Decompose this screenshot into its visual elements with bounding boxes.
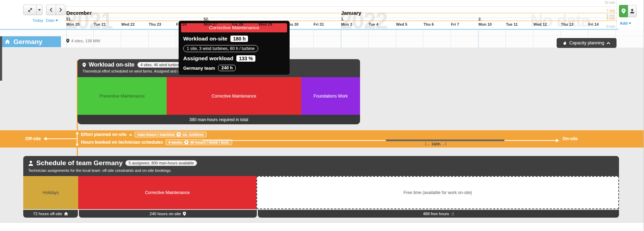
schedule-panel-badge: 5 assignees, 800 man-hours available xyxy=(125,160,197,166)
hours-booked-label: Hours booked on technician schedules xyxy=(81,140,163,145)
day-label: Thu 13 xyxy=(561,22,573,26)
next-period-button[interactable] xyxy=(56,5,66,15)
day-label: Wed 12 xyxy=(533,22,547,26)
right-edge-border xyxy=(643,0,644,231)
today-button[interactable]: Today xyxy=(32,18,43,23)
multiply-icon: × xyxy=(177,132,181,137)
week-gridline xyxy=(478,30,479,48)
off-site-hours-footer: 72 hours off-site xyxy=(23,210,78,218)
zoom-range-button[interactable] xyxy=(23,5,37,15)
month-label: January xyxy=(341,10,361,16)
location-pin-icon xyxy=(183,212,186,216)
chevron-down-icon xyxy=(55,20,58,21)
chevron-down-icon xyxy=(38,9,41,11)
team-meta: 4 sites, 138 MW xyxy=(66,39,100,43)
workload-blocks: Preventive Maintenance Corrective Mainte… xyxy=(78,77,360,115)
task-block-preventive-maintenance[interactable]: Preventive Maintenance xyxy=(78,77,167,115)
on-site-hours-label: 240 hours on-site xyxy=(150,212,181,216)
tooltip-workload-value: 180 h xyxy=(230,36,248,42)
workload-total-label: 380 man-hours required in total xyxy=(190,117,248,122)
booked-hours-segment[interactable] xyxy=(386,139,504,141)
day-label: Tue 21 xyxy=(94,22,106,26)
capacity-planning-label: Capacity planning xyxy=(569,40,604,45)
team-name: Germany xyxy=(13,38,42,46)
task-block-label: Preventive Maintenance xyxy=(99,94,145,99)
workload-panel-badge: 4 sites, 46 wind turbines xyxy=(137,62,185,68)
day-label: Mon 3 xyxy=(341,22,352,26)
off-site-arrow xyxy=(46,138,77,139)
multiply-icon: × xyxy=(184,140,188,144)
dimension-cap xyxy=(426,142,426,146)
arrow-down-head-icon xyxy=(76,144,79,146)
chevron-right-icon xyxy=(59,8,62,12)
tooltip-note-pill: 1 site, 3 wind turbines, 60 h / turbine xyxy=(183,45,258,52)
day-label: Tue 11 xyxy=(506,22,518,26)
schedule-block-holidays[interactable]: Holidays xyxy=(23,176,78,209)
schedule-block-label: Holidays xyxy=(43,190,59,195)
day-label: Thu 23 xyxy=(149,22,161,26)
tooltip-team-value: 240 h xyxy=(218,65,236,71)
week-label: 2. xyxy=(478,17,482,21)
tooltip-caret xyxy=(231,72,237,75)
chevron-down-icon xyxy=(628,23,631,24)
capacity-band: Off-site Effort planned on-site ∝ man-ho… xyxy=(0,130,644,148)
person-icon xyxy=(630,9,634,13)
dimension-arrow-right-icon: → xyxy=(441,142,445,146)
day-label: Fri 14 xyxy=(588,22,599,26)
free-hours-footer: 488 free hours ☝ xyxy=(258,210,619,218)
task-block-foundations-work[interactable]: Foundations Work xyxy=(301,77,360,115)
tooltip-assigned-value: 133 % xyxy=(236,55,255,62)
collapsed-panel-edge[interactable] xyxy=(0,36,2,81)
schedule-panel-header: Schedule of team Germany 5 assignees, 80… xyxy=(23,156,619,176)
add-dropdown[interactable]: Add xyxy=(620,21,631,25)
schedule-blocks: Holidays Corrective Maintenance Free tim… xyxy=(23,176,619,209)
day-label: Mon 20 xyxy=(66,22,80,26)
previous-period-button[interactable] xyxy=(46,5,56,15)
person-icon xyxy=(28,161,33,166)
timeline-bottom-border xyxy=(0,29,618,30)
wind-gridline-10 xyxy=(65,6,617,7)
on-site-hours-footer: 240 hours on-site xyxy=(79,210,257,218)
day-label: Mon 27 xyxy=(204,22,217,26)
formula-right: no. turbines xyxy=(182,132,204,137)
workload-panel-title: Workload on-site xyxy=(89,62,135,68)
formula-left: man-hours / machine xyxy=(137,132,175,137)
schedule-panel-description: Technician assignments for the local tea… xyxy=(28,168,614,173)
schedule-panel-title: Schedule of team Germany xyxy=(36,159,123,167)
month-label: December xyxy=(66,10,92,16)
teams-view-button[interactable] xyxy=(628,5,637,17)
chevron-up-icon xyxy=(607,42,610,44)
free-hours-label: 488 free hours xyxy=(423,212,449,216)
tooltip-team-label: Germany team xyxy=(183,65,215,71)
zoom-options-button[interactable] xyxy=(36,5,43,15)
task-tooltip: Corrective Maintenance Workload on-site … xyxy=(179,21,290,75)
booked-hours-value: 160h xyxy=(431,142,440,146)
arrow-up-head-icon xyxy=(76,132,79,134)
effort-formula-pill: man-hours / machine × no. turbines xyxy=(135,132,206,137)
day-label: Thu 30 xyxy=(286,22,298,26)
team-row-header-germany[interactable]: Germany xyxy=(0,36,61,47)
date-dropdown[interactable]: Date xyxy=(46,18,58,23)
team-schedule-panel: Schedule of team Germany 5 assignees, 80… xyxy=(23,156,619,218)
task-block-corrective-maintenance[interactable]: Corrective Maintenance xyxy=(167,77,301,115)
sites-view-button[interactable] xyxy=(619,5,628,17)
capacity-planning-app: 2021 2022 No data 10 m/s 7 m/s 5 m/s 4 m… xyxy=(0,0,644,231)
dimension-arrow-left-icon: ← xyxy=(427,142,431,146)
location-pin-icon xyxy=(66,39,69,43)
wind-scale-label: 10 m/s xyxy=(597,1,615,5)
week-label: 51. xyxy=(66,17,72,21)
wind-scale-label: 0 m/s xyxy=(597,25,615,29)
off-site-label: Off-site xyxy=(25,136,41,141)
day-label: Wed 29 xyxy=(259,22,272,26)
arrow-right-head-icon xyxy=(556,139,559,142)
capacity-planning-button[interactable]: Capacity planning xyxy=(557,38,617,48)
schedule-block-corrective-maintenance[interactable]: Corrective Maintenance xyxy=(78,176,256,209)
dimension-cap xyxy=(446,142,446,146)
day-label: Wed 22 xyxy=(121,22,135,26)
day-label: Fri 31 xyxy=(314,22,324,26)
task-block-label: Foundations Work xyxy=(314,94,348,99)
tooltip-assigned-label: Assigned workload xyxy=(183,55,233,62)
schedule-block-label: Corrective Maintenance xyxy=(145,190,190,195)
day-label: Wed 5 xyxy=(396,22,407,26)
schedule-block-free-time[interactable]: Free time (available for work on-site) xyxy=(256,176,619,209)
